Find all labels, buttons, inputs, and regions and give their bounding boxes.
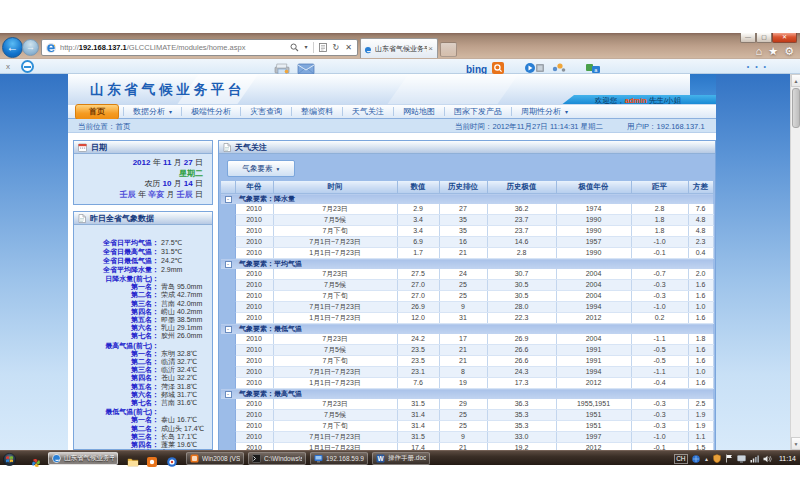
group-header-row[interactable]: -气象要素：最高气温	[221, 389, 713, 400]
browser-viewport: 山 东 省 气 候 业 务 平 台 欢迎您，admin 先生/小姐 首页数据分析…	[0, 74, 800, 450]
rank-value: 莒南 31.6℃	[159, 399, 212, 407]
nav-item-data-analysis[interactable]: 数据分析▾	[124, 106, 181, 117]
collapse-group-icon[interactable]: -	[225, 196, 232, 203]
tray-security-icon[interactable]	[713, 454, 721, 463]
calendar-icon	[78, 143, 87, 152]
table-row[interactable]: 20101月1日~7月23日1.7212.81990-0.10.4	[221, 248, 713, 259]
table-cell: 1994	[556, 302, 631, 313]
nav-item-periodic-analysis[interactable]: 周期性分析▾	[512, 106, 577, 117]
taskbar-button-climate-platform-active[interactable]: 山东省气候业务平...	[48, 452, 118, 465]
browser-command-icons: ⌂ ★ ⚙	[756, 45, 794, 58]
pinned-app-icon[interactable]	[31, 454, 41, 472]
page-scrollbar[interactable]: ▲ ▼	[790, 74, 800, 450]
blocked-indicator-icon[interactable]	[21, 60, 34, 73]
nav-item-weather-watch[interactable]: 天气关注	[343, 106, 393, 117]
nav-item-disaster-query[interactable]: 灾害查询	[241, 106, 291, 117]
forward-button[interactable]: →	[22, 39, 39, 56]
nav-item-national-products[interactable]: 国家下发产品	[445, 106, 511, 117]
scrollbar-up-arrow[interactable]: ▲	[791, 74, 800, 87]
url-dropdown-arrow-icon[interactable]: ▾	[302, 40, 311, 55]
table-row[interactable]: 20107月5候27.02530.52004-0.31.6	[221, 280, 713, 291]
table-row[interactable]: 20107月5候23.52126.61991-0.51.6	[221, 345, 713, 356]
column-header[interactable]: 距平	[631, 181, 688, 194]
table-row[interactable]: 20107月5候31.42535.31951-0.31.9	[221, 410, 713, 421]
table-row[interactable]: 20107月下旬27.02530.52004-0.31.6	[221, 291, 713, 302]
home-icon[interactable]: ⌂	[756, 45, 763, 58]
collapse-group-icon[interactable]: -	[225, 261, 232, 268]
column-header[interactable]: 时间	[273, 181, 397, 194]
table-row[interactable]: 20107月23日2.92736.219742.87.6	[221, 204, 713, 215]
table-row[interactable]: 20107月1日~7月23日31.5933.01997-1.01.1	[221, 432, 713, 443]
table-header-row: 年份时间数值历史排位历史极值极值年份距平方差	[221, 181, 713, 194]
volume-icon[interactable]	[763, 455, 772, 463]
action-center-flag-icon[interactable]	[725, 454, 733, 463]
nav-item-home[interactable]: 首页	[75, 104, 119, 120]
table-row[interactable]: 20107月5候3.43523.719901.84.8	[221, 215, 713, 226]
bing-logo[interactable]: bing	[466, 64, 487, 75]
player-app-icon[interactable]	[167, 453, 177, 471]
table-row[interactable]: 20107月1日~7月23日26.9928.01994-1.01.0	[221, 302, 713, 313]
tray-app-icon[interactable]	[692, 455, 700, 463]
nav-item-site-map[interactable]: 网站地图	[394, 106, 444, 117]
group-header-row[interactable]: -气象要素：降水量	[221, 194, 713, 205]
tab-close-icon[interactable]: ×	[427, 44, 434, 53]
refresh-icon[interactable]: ↻	[330, 40, 343, 55]
element-filter-button[interactable]: 气象要素▾	[227, 160, 295, 177]
table-row[interactable]: 20101月1日~7月23日12.03122.320120.21.6	[221, 313, 713, 324]
display-icon[interactable]	[737, 455, 746, 463]
network-icon[interactable]	[750, 455, 759, 463]
table-row[interactable]: 20107月下旬3.43523.719901.84.8	[221, 226, 713, 237]
start-button[interactable]	[3, 452, 16, 470]
settings-gear-icon[interactable]: ⚙	[784, 45, 794, 58]
table-cell: 22.3	[487, 313, 556, 324]
table-cell: 25	[439, 410, 487, 421]
column-header[interactable]: 数值	[397, 181, 439, 194]
favorites-star-icon[interactable]: ★	[768, 45, 778, 58]
table-row[interactable]: 20101月1日~7月23日17.42119.22012-0.11.5	[221, 443, 713, 451]
nav-item-compiled-data[interactable]: 整编资料	[292, 106, 342, 117]
row-gutter	[221, 280, 235, 291]
taskbar-button-command-prompt[interactable]: C:\Windows\s...	[248, 452, 306, 465]
table-row[interactable]: 20101月1日~7月23日7.61917.32012-0.41.6	[221, 378, 713, 389]
nav-item-extreme-analysis[interactable]: 极端性分析	[182, 106, 240, 117]
collapse-group-icon[interactable]: -	[225, 391, 232, 398]
search-icon[interactable]	[287, 43, 302, 52]
table-row[interactable]: 20107月23日31.52936.31955,1951-0.32.5	[221, 399, 713, 410]
explorer-folder-icon[interactable]	[127, 453, 139, 471]
toolbar-close-icon[interactable]: x	[6, 62, 10, 71]
table-row[interactable]: 20107月1日~7月23日23.1824.31994-1.11.0	[221, 367, 713, 378]
address-bar[interactable]: http://192.168.137.1/GLCCLIMATE/modules/…	[41, 39, 358, 56]
column-header[interactable]: 方差	[688, 181, 713, 194]
table-row[interactable]: 20107月下旬23.52126.61991-0.51.6	[221, 356, 713, 367]
table-row[interactable]: 20107月23日27.52430.72004-0.72.0	[221, 269, 713, 280]
new-tab-button[interactable]	[440, 42, 457, 57]
language-indicator[interactable]: CH	[674, 454, 688, 464]
tray-expand-icon[interactable]: ▲	[704, 456, 709, 462]
group-header-row[interactable]: -气象要素：最低气温	[221, 324, 713, 335]
stop-icon[interactable]: ✕	[342, 40, 355, 55]
scrollbar-thumb[interactable]	[792, 88, 800, 128]
group-header-row[interactable]: -气象要素：平均气温	[221, 259, 713, 270]
taskbar-button-word-document[interactable]: W操作手册.docx...	[372, 452, 430, 465]
column-header[interactable]: 极值年份	[556, 181, 631, 194]
scrollbar-down-arrow[interactable]: ▼	[791, 437, 800, 450]
table-cell: 36.2	[487, 204, 556, 215]
table-row[interactable]: 20107月下旬31.42535.31951-0.31.9	[221, 421, 713, 432]
row-gutter	[221, 399, 235, 410]
taskbar-button-win2008-vm[interactable]: Win2008 (VS2...	[186, 452, 244, 465]
collapse-group-icon[interactable]: -	[225, 326, 232, 333]
column-header[interactable]: 年份	[235, 181, 273, 194]
taskbar-clock[interactable]: 11:14	[779, 455, 796, 462]
toolbar-overflow-icon[interactable]: • • •	[747, 63, 768, 70]
table-row[interactable]: 20107月1日~7月23日6.91614.61957-1.02.3	[221, 237, 713, 248]
compatibility-icon[interactable]	[316, 43, 330, 52]
table-row[interactable]: 20107月23日24.21726.92004-1.11.8	[221, 334, 713, 345]
table-cell: 27.5	[397, 269, 439, 280]
browser-tab-active[interactable]: 山东省气候业务平... ×	[360, 38, 438, 58]
taskbar-button-remote-desktop[interactable]: 192.168.59.99...	[310, 452, 368, 465]
column-header[interactable]: 历史极值	[487, 181, 556, 194]
column-header[interactable]: 历史排位	[439, 181, 487, 194]
media-app-icon[interactable]	[147, 453, 157, 471]
row-gutter	[221, 237, 235, 248]
back-button[interactable]: ←	[2, 37, 23, 58]
